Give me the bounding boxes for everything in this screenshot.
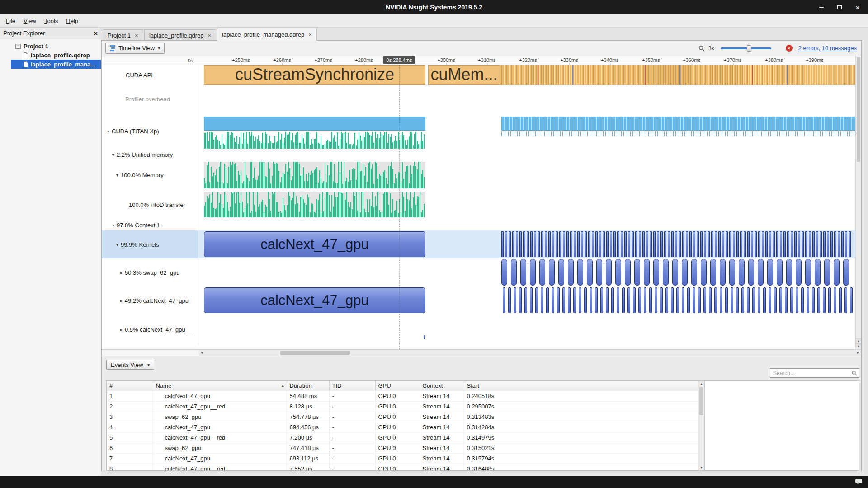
device-activity-bar[interactable] xyxy=(204,117,425,131)
scroll-up-icon[interactable]: ▲ xyxy=(698,381,704,387)
events-view-dropdown[interactable]: Events View ▾ xyxy=(106,360,154,370)
event-row[interactable]: 1 calcNext_47_gpu 54.488 ms - GPU 0 Stre… xyxy=(107,391,698,401)
row-track-calcnext[interactable]: calcNext_47_gpu xyxy=(198,286,855,314)
panel-close-icon[interactable]: × xyxy=(94,30,98,37)
row-label-htod[interactable]: 100.0% HtoD transfer xyxy=(102,190,198,220)
expander-expanded-icon[interactable]: ▾ xyxy=(112,223,114,228)
row-label-unified-memory[interactable]: ▾ 2.2% Unified memory xyxy=(102,150,198,160)
row-label-kernels[interactable]: ▾ 99.9% Kernels xyxy=(102,230,198,258)
expander-expanded-icon[interactable]: ▾ xyxy=(116,242,118,247)
calcnext-dense-activity[interactable] xyxy=(503,287,854,313)
tab-project-1[interactable]: Project 1 × xyxy=(103,29,143,41)
tree-item-project[interactable]: Project 1 xyxy=(0,42,101,51)
event-row[interactable]: 3 swap_62_gpu 754.778 µs - GPU 0 Stream … xyxy=(107,412,698,422)
expander-expanded-icon[interactable]: ▾ xyxy=(107,129,109,134)
menu-file[interactable]: File xyxy=(2,16,19,26)
device-activity-dense[interactable] xyxy=(501,117,855,131)
event-row[interactable]: 5 calcNext_47_gpu__red 7.200 µs - GPU 0 … xyxy=(107,432,698,443)
hscroll-track[interactable] xyxy=(205,350,855,356)
zoom-slider[interactable] xyxy=(721,47,771,49)
api-bar-cumem[interactable]: cuMem... xyxy=(428,65,500,85)
row-label-memory[interactable]: ▾ 100.0% Memory xyxy=(102,160,198,190)
kernel-mini-tick[interactable] xyxy=(424,335,425,339)
kernel-bar-calcnext[interactable]: calcNext_47_gpu xyxy=(204,231,425,257)
row-track-htod[interactable] xyxy=(198,190,855,220)
col-header-gpu[interactable]: GPU xyxy=(375,381,420,391)
row-track-calcnext-red[interactable] xyxy=(198,314,855,345)
search-input[interactable] xyxy=(773,370,852,376)
kernel-dense-activity[interactable] xyxy=(501,231,854,257)
ruler-track[interactable]: +250ms +260ms +270ms +280ms +300ms +310m… xyxy=(198,56,855,65)
event-row[interactable]: 7 calcNext_47_gpu 693.112 µs - GPU 0 Str… xyxy=(107,453,698,464)
timeline-ruler[interactable]: 0s +250ms +260ms +270ms +280ms +300ms +3… xyxy=(102,56,855,65)
scroll-down-icon[interactable]: ▼ xyxy=(856,343,861,349)
scroll-left-icon[interactable]: ◂ xyxy=(198,350,205,356)
event-cell: 54.488 ms xyxy=(287,391,329,401)
row-label-calcnext[interactable]: ▸ 49.2% calcNext_47_gpu xyxy=(102,286,198,314)
col-header-start[interactable]: Start xyxy=(464,381,698,391)
kernel-bar-calcnext[interactable]: calcNext_47_gpu xyxy=(204,287,425,313)
swap-kernel-pills[interactable] xyxy=(501,259,854,286)
close-icon[interactable]: × xyxy=(135,33,138,38)
event-cell: 1 xyxy=(107,391,153,401)
zoom-slider-handle[interactable] xyxy=(747,45,751,52)
row-track-cuda-device[interactable] xyxy=(198,113,855,150)
row-label-cuda-device[interactable]: ▾ CUDA (TITAN Xp) xyxy=(102,113,198,150)
row-track-kernels[interactable]: calcNext_47_gpu xyxy=(198,230,855,258)
vscroll-thumb[interactable] xyxy=(857,57,860,162)
expander-collapsed-icon[interactable]: ▸ xyxy=(120,327,123,332)
menu-view[interactable]: View xyxy=(19,16,40,26)
row-label-calcnext-red[interactable]: ▸ 0.5% calcNext_47_gpu__ xyxy=(102,314,198,345)
expander-expanded-icon[interactable]: ▾ xyxy=(112,152,114,157)
kernel-bar-label: calcNext_47_gpu xyxy=(260,292,369,309)
expander-expanded-icon[interactable]: ▾ xyxy=(116,173,118,178)
maximize-button[interactable] xyxy=(834,0,845,14)
timeline-vscrollbar[interactable]: ▲ ▼ xyxy=(855,56,861,349)
minimize-button[interactable] xyxy=(816,0,827,14)
close-button[interactable]: × xyxy=(852,0,863,14)
col-header-duration[interactable]: Duration xyxy=(287,381,329,391)
close-icon[interactable]: × xyxy=(208,33,212,38)
row-track-profiler-overhead[interactable] xyxy=(198,85,855,113)
row-label-profiler-overhead[interactable]: Profiler overhead xyxy=(102,85,198,113)
col-header-index[interactable]: # xyxy=(107,381,153,391)
scroll-down-icon[interactable]: ▼ xyxy=(698,465,704,470)
close-icon[interactable]: × xyxy=(308,32,312,38)
event-row[interactable]: 2 calcNext_47_gpu__red 8.128 µs - GPU 0 … xyxy=(107,401,698,412)
event-row[interactable]: 4 calcNext_47_gpu 694.456 µs - GPU 0 Str… xyxy=(107,422,698,432)
col-header-name[interactable]: Name▲ xyxy=(153,381,287,391)
menu-help[interactable]: Help xyxy=(62,16,82,26)
hscroll-thumb[interactable] xyxy=(280,351,350,355)
errors-messages-link[interactable]: 2 errors, 10 messages xyxy=(798,45,857,52)
tree-item-qdrep[interactable]: laplace_profile.qdrep xyxy=(0,51,101,60)
row-label-swap[interactable]: ▸ 50.3% swap_62_gpu xyxy=(102,258,198,286)
expander-collapsed-icon[interactable]: ▸ xyxy=(120,298,123,303)
row-track-cuda-api[interactable]: cuStreamSynchronize cuMem... xyxy=(198,65,855,85)
row-label-context1[interactable]: ▾ 97.8% Context 1 xyxy=(102,220,198,230)
col-header-context[interactable]: Context xyxy=(420,381,464,391)
event-row[interactable]: 8 calcNext_47_gpu__red 7.552 µs - GPU 0 … xyxy=(107,464,698,471)
event-cell: 7.552 µs xyxy=(287,464,329,471)
menu-tools[interactable]: Tools xyxy=(40,16,62,26)
tree-item-qdrep-managed[interactable]: laplace_profile_mana... xyxy=(11,60,101,69)
events-table: # Name▲ Duration TID GPU Context Start xyxy=(106,380,698,471)
timeline-hscrollbar[interactable]: ◂ ▸ xyxy=(102,349,861,356)
api-dense-activity[interactable] xyxy=(500,65,855,85)
row-track-context1[interactable] xyxy=(198,220,855,230)
chat-bubble-icon[interactable] xyxy=(855,479,863,485)
scroll-right-icon[interactable]: ▸ xyxy=(855,350,861,356)
events-scrollbar[interactable]: ▲ ▼ xyxy=(698,380,705,471)
api-bar-custreamsynchronize[interactable]: cuStreamSynchronize xyxy=(204,65,425,85)
row-track-unified-memory[interactable] xyxy=(198,150,855,160)
event-row[interactable]: 6 swap_62_gpu 747.418 µs - GPU 0 Stream … xyxy=(107,443,698,453)
row-track-swap[interactable] xyxy=(198,258,855,286)
tab-laplace-profile[interactable]: laplace_profile.qdrep × xyxy=(144,29,216,41)
row-label-cuda-api[interactable]: CUDA API xyxy=(102,65,198,85)
expander-collapsed-icon[interactable]: ▸ xyxy=(120,270,123,275)
events-scroll-thumb[interactable] xyxy=(699,387,703,415)
row-track-memory[interactable] xyxy=(198,160,855,190)
view-selector-dropdown[interactable]: Timeline View ▾ xyxy=(105,43,165,54)
scroll-up-icon[interactable]: ▲ xyxy=(856,338,861,343)
tab-laplace-profile-managed[interactable]: laplace_profile_managed.qdrep × xyxy=(217,28,317,41)
col-header-tid[interactable]: TID xyxy=(329,381,375,391)
